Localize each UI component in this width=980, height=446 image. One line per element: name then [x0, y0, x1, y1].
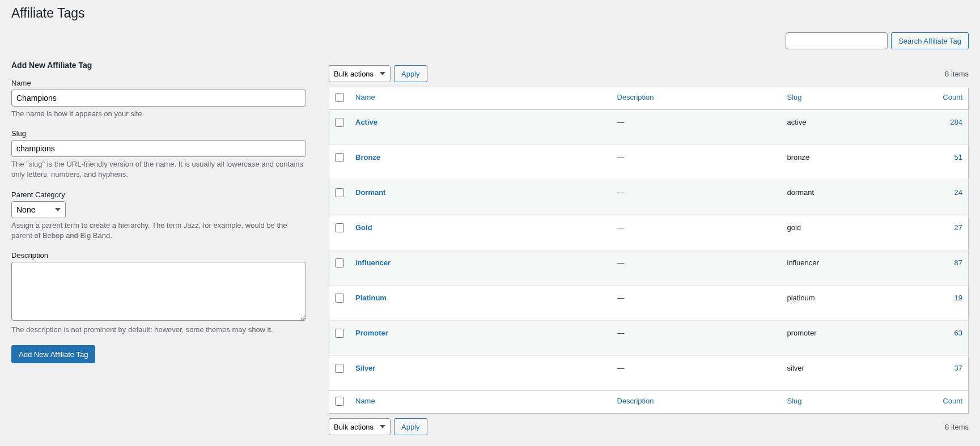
- col-footer-name[interactable]: Name: [350, 391, 612, 414]
- add-form-panel: Add New Affiliate Tag Name The name is h…: [11, 61, 306, 363]
- row-description: —: [617, 188, 625, 197]
- row-slug: platinum: [787, 294, 815, 302]
- table-row: Platinum—platinum19: [329, 286, 969, 321]
- row-description: —: [617, 329, 625, 337]
- slug-input[interactable]: [11, 140, 306, 157]
- row-description: —: [617, 364, 625, 372]
- row-count-link[interactable]: 27: [954, 223, 962, 232]
- table-row: Influencer—influencer87: [329, 250, 969, 286]
- table-row: Promoter—promoter63: [329, 321, 969, 356]
- col-header-description[interactable]: Description: [612, 87, 782, 110]
- row-description: —: [617, 223, 625, 232]
- row-slug: promoter: [787, 329, 817, 337]
- row-count-link[interactable]: 63: [954, 329, 962, 337]
- parent-help: Assign a parent term to create a hierarc…: [11, 220, 306, 241]
- col-footer-description[interactable]: Description: [612, 391, 782, 414]
- apply-button-top[interactable]: Apply: [394, 65, 427, 82]
- form-heading: Add New Affiliate Tag: [11, 61, 306, 70]
- row-checkbox[interactable]: [335, 153, 344, 162]
- page-title: Affiliate Tags: [11, 6, 969, 21]
- row-slug: influencer: [787, 258, 819, 267]
- row-slug: silver: [787, 364, 804, 372]
- row-count-link[interactable]: 19: [954, 294, 962, 302]
- row-checkbox[interactable]: [335, 118, 344, 127]
- row-checkbox[interactable]: [335, 223, 344, 232]
- row-count-link[interactable]: 87: [954, 258, 962, 267]
- row-count-link[interactable]: 37: [954, 364, 962, 372]
- row-name-link[interactable]: Influencer: [355, 258, 391, 267]
- row-description: —: [617, 118, 625, 126]
- table-row: Bronze—bronze51: [329, 145, 969, 180]
- row-slug: bronze: [787, 153, 810, 162]
- slug-help: The "slug" is the URL-friendly version o…: [11, 159, 306, 180]
- col-footer-count[interactable]: Count: [923, 391, 969, 414]
- apply-button-bottom[interactable]: Apply: [394, 418, 427, 435]
- select-all-top[interactable]: [335, 93, 344, 102]
- parent-label: Parent Category: [11, 190, 306, 199]
- col-header-slug[interactable]: Slug: [782, 87, 923, 110]
- row-name-link[interactable]: Gold: [355, 223, 372, 232]
- search-button[interactable]: Search Affiliate Tag: [891, 32, 969, 49]
- name-input[interactable]: [11, 90, 306, 107]
- row-checkbox[interactable]: [335, 258, 344, 267]
- col-header-name[interactable]: Name: [350, 87, 612, 110]
- submit-button[interactable]: Add New Affiliate Tag: [11, 345, 95, 363]
- row-description: —: [617, 294, 625, 302]
- search-bar: Search Affiliate Tag: [11, 32, 969, 49]
- row-name-link[interactable]: Bronze: [355, 153, 380, 162]
- tags-table: Name Description Slug Count Active—activ…: [329, 87, 969, 414]
- row-description: —: [617, 258, 625, 267]
- items-count-bottom: 8 items: [945, 423, 969, 431]
- description-textarea[interactable]: [11, 262, 306, 321]
- list-panel: Bulk actions Apply 8 items Name Descript…: [329, 61, 969, 440]
- items-count-top: 8 items: [945, 70, 969, 78]
- row-checkbox[interactable]: [335, 294, 344, 303]
- bulk-actions-select-bottom[interactable]: Bulk actions: [329, 418, 391, 435]
- row-name-link[interactable]: Promoter: [355, 329, 388, 337]
- row-checkbox[interactable]: [335, 188, 344, 197]
- row-slug: active: [787, 118, 807, 126]
- row-count-link[interactable]: 24: [954, 188, 962, 197]
- row-checkbox[interactable]: [335, 364, 344, 373]
- table-row: Dormant—dormant24: [329, 180, 969, 215]
- row-checkbox[interactable]: [335, 329, 344, 338]
- row-name-link[interactable]: Active: [355, 118, 377, 126]
- search-input[interactable]: [786, 32, 888, 49]
- row-slug: gold: [787, 223, 801, 232]
- select-all-bottom[interactable]: [335, 397, 344, 406]
- name-label: Name: [11, 79, 306, 87]
- description-label: Description: [11, 251, 306, 260]
- row-slug: dormant: [787, 188, 814, 197]
- description-help: The description is not prominent by defa…: [11, 325, 306, 335]
- slug-label: Slug: [11, 129, 306, 138]
- table-row: Active—active284: [329, 110, 969, 145]
- row-name-link[interactable]: Platinum: [355, 294, 387, 302]
- parent-select[interactable]: None: [11, 201, 66, 218]
- col-header-count[interactable]: Count: [923, 87, 969, 110]
- row-count-link[interactable]: 284: [950, 118, 962, 126]
- bulk-actions-select-top[interactable]: Bulk actions: [329, 65, 391, 82]
- row-count-link[interactable]: 51: [954, 153, 962, 162]
- row-description: —: [617, 153, 625, 162]
- table-row: Gold—gold27: [329, 215, 969, 250]
- name-help: The name is how it appears on your site.: [11, 109, 306, 119]
- col-footer-slug[interactable]: Slug: [782, 391, 923, 414]
- row-name-link[interactable]: Silver: [355, 364, 375, 372]
- row-name-link[interactable]: Dormant: [355, 188, 385, 197]
- table-row: Silver—silver37: [329, 356, 969, 391]
